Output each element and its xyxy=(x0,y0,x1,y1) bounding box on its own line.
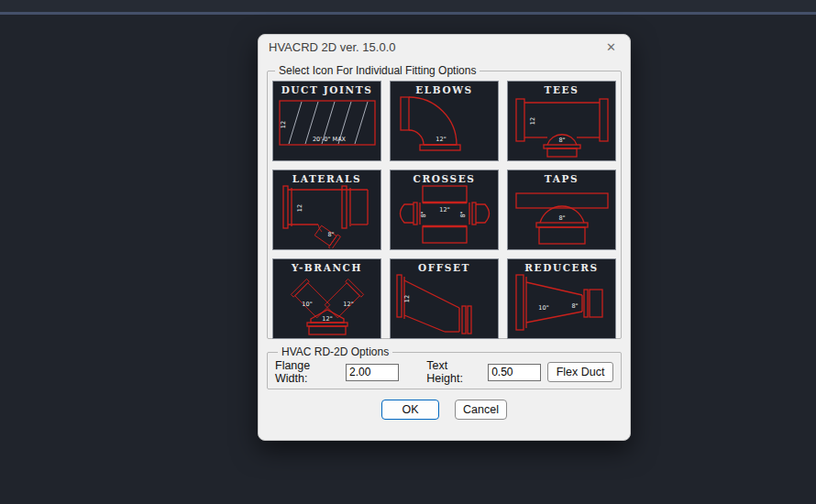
ok-button[interactable]: OK xyxy=(381,400,439,420)
close-icon[interactable]: ✕ xyxy=(602,39,620,55)
svg-text:8": 8" xyxy=(459,211,467,217)
fitting-tile-offset[interactable]: OFFSET 12 xyxy=(390,258,499,339)
hvacrd-dialog: HVACRD 2D ver. 15.0.0 ✕ Select Icon For … xyxy=(258,34,631,441)
svg-text:12: 12 xyxy=(280,121,287,128)
fitting-tile-crosses[interactable]: CROSSES 12" 8" 8" xyxy=(390,170,499,250)
text-height-input[interactable] xyxy=(488,364,541,381)
svg-text:12": 12" xyxy=(439,206,449,214)
crosses-drawing: 12" 8" 8" xyxy=(391,184,498,248)
fitting-tile-grid: DUCT JOINTS 12 20'-0" MAX ELBOWS xyxy=(272,81,616,339)
svg-text:8": 8" xyxy=(420,211,427,217)
svg-text:8": 8" xyxy=(558,137,565,144)
svg-text:8": 8" xyxy=(327,231,334,238)
svg-text:12": 12" xyxy=(322,315,332,323)
svg-text:20'-0" MAX: 20'-0" MAX xyxy=(312,136,346,143)
tile-title: ELBOWS xyxy=(415,84,473,95)
svg-text:8": 8" xyxy=(571,302,578,310)
fitting-tile-elbows[interactable]: ELBOWS 12" xyxy=(390,81,499,161)
fitting-tile-duct-joints[interactable]: DUCT JOINTS 12 20'-0" MAX xyxy=(272,81,381,161)
dialog-button-row: OK Cancel xyxy=(259,400,630,420)
desktop-top-bar xyxy=(0,0,816,12)
laterals-drawing: 12 8" xyxy=(274,184,380,248)
tile-title: Y-BRANCH xyxy=(292,262,362,273)
svg-text:12": 12" xyxy=(436,136,446,143)
svg-text:10": 10" xyxy=(302,301,312,308)
fitting-tile-tees[interactable]: TEES 12 8" xyxy=(507,81,616,161)
tile-title: LATERALS xyxy=(292,173,361,184)
elbows-drawing: 12" xyxy=(391,95,498,159)
desktop-top-divider xyxy=(0,12,816,15)
tile-title: TEES xyxy=(545,84,579,95)
reducers-drawing: 10" 8" xyxy=(509,273,615,337)
duct-joints-drawing: 12 20'-0" MAX xyxy=(274,95,380,159)
dialog-title-bar: HVACRD 2D ver. 15.0.0 ✕ xyxy=(259,35,630,60)
flex-duct-button[interactable]: Flex Duct xyxy=(547,362,613,382)
tile-title: REDUCERS xyxy=(524,262,598,273)
fitting-tile-reducers[interactable]: REDUCERS 10" 8" xyxy=(507,258,616,339)
offset-drawing: 12 xyxy=(391,273,498,337)
svg-text:12: 12 xyxy=(529,117,536,125)
fitting-tile-y-branch[interactable]: Y-BRANCH 10" 12" 12" xyxy=(272,258,381,339)
fitting-tile-laterals[interactable]: LATERALS 12 8" xyxy=(272,170,381,250)
y-branch-drawing: 10" 12" 12" xyxy=(274,273,380,337)
tile-title: OFFSET xyxy=(418,262,470,273)
fitting-group-legend: Select Icon For Individual Fitting Optio… xyxy=(275,64,480,77)
flange-width-label: Flange Width: xyxy=(275,359,339,385)
svg-text:8": 8" xyxy=(558,214,565,222)
taps-drawing: 8" xyxy=(509,184,615,248)
options-row: Flange Width: Text Height: Flex Duct xyxy=(275,358,613,386)
tees-drawing: 12 8" xyxy=(509,95,615,159)
svg-text:12: 12 xyxy=(403,295,411,302)
tile-title: CROSSES xyxy=(414,173,476,184)
dialog-title: HVACRD 2D ver. 15.0.0 xyxy=(269,40,602,54)
svg-text:12: 12 xyxy=(296,204,303,212)
rd2d-options-legend: HVAC RD-2D Options xyxy=(278,345,392,358)
flange-width-input[interactable] xyxy=(346,364,399,381)
tile-title: TAPS xyxy=(545,173,579,184)
rd2d-options-group: HVAC RD-2D Options Flange Width: Text He… xyxy=(267,345,622,389)
cancel-button[interactable]: Cancel xyxy=(455,400,507,420)
fitting-options-group: Select Icon For Individual Fitting Optio… xyxy=(267,64,622,339)
svg-text:10": 10" xyxy=(538,304,548,312)
svg-text:12": 12" xyxy=(343,301,353,308)
text-height-label: Text Height: xyxy=(426,359,481,385)
fitting-tile-taps[interactable]: TAPS 8" xyxy=(507,170,616,250)
tile-title: DUCT JOINTS xyxy=(281,84,373,95)
